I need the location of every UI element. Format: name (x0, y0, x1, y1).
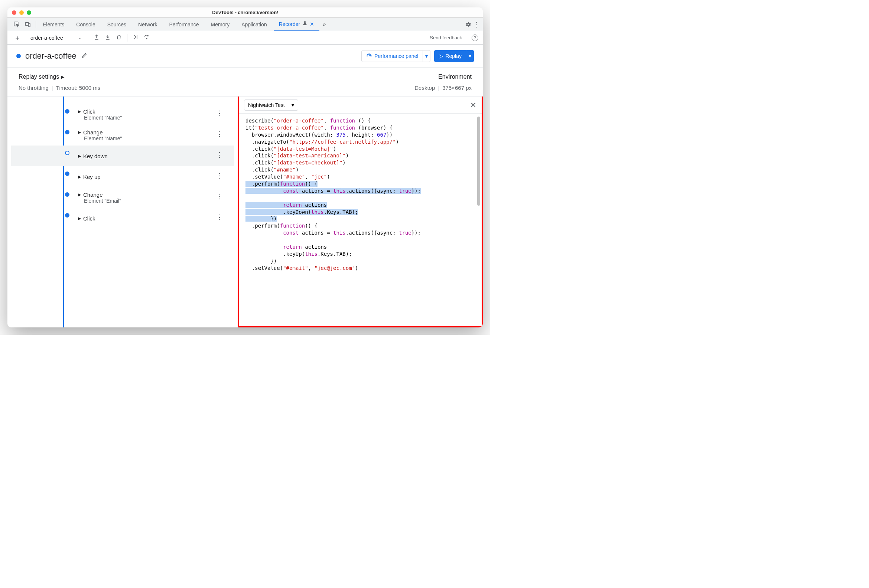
device-value: Desktop (414, 84, 435, 91)
scrollbar-thumb[interactable] (477, 117, 480, 206)
traffic-lights (12, 10, 31, 15)
replay-button[interactable]: ▷ Replay (434, 50, 466, 62)
close-window-button[interactable] (12, 10, 16, 15)
recorder-toolbar: ＋ order-a-coffee ⌄ Send feedback ? (7, 31, 483, 44)
step-over-icon[interactable] (144, 34, 150, 41)
step-dot (65, 213, 70, 218)
code-body[interactable]: describe("order-a-coffee", function () {… (239, 114, 482, 326)
step-play-icon[interactable] (133, 34, 138, 41)
step-dot (65, 172, 70, 176)
tab-memory[interactable]: Memory (206, 18, 235, 31)
inspect-icon[interactable] (13, 21, 20, 28)
recording-selector-label: order-a-coffee (30, 35, 63, 41)
play-icon: ▷ (439, 53, 443, 59)
step-item[interactable]: ▶Click ⋮ (11, 208, 234, 229)
chevron-right-icon: ▶ (78, 154, 81, 158)
replay-dropdown[interactable]: ▾ (466, 50, 474, 62)
devtools-tabbar: Elements Console Sources Network Perform… (7, 18, 483, 31)
chevron-down-icon: ⌄ (78, 35, 82, 40)
tab-network[interactable]: Network (133, 18, 162, 31)
step-dot (65, 192, 70, 197)
tabbar-left-icons (10, 21, 34, 28)
export-format-dropdown[interactable]: Nightwatch Test ▾ (244, 99, 298, 111)
tab-application[interactable]: Application (236, 18, 272, 31)
maximize-window-button[interactable] (27, 10, 31, 15)
performance-panel-button-group: Performance panel ▾ (361, 50, 430, 62)
settings-row: Replay settings ▶ Environment (7, 68, 483, 83)
step-menu-icon[interactable]: ⋮ (216, 130, 223, 138)
chevron-right-icon: ▶ (78, 130, 81, 135)
close-panel-icon[interactable]: ✕ (470, 101, 476, 110)
step-menu-icon[interactable]: ⋮ (216, 213, 223, 221)
chevron-right-icon: ▶ (61, 75, 64, 80)
divider (36, 21, 36, 28)
edit-title-icon[interactable] (81, 52, 87, 60)
export-icon[interactable] (93, 34, 99, 41)
device-toggle-icon[interactable] (25, 21, 31, 28)
tab-elements[interactable]: Elements (37, 18, 70, 31)
step-item[interactable]: ▶Change Element "Name" ⋮ (11, 125, 234, 145)
chevron-down-icon: ▾ (292, 102, 294, 108)
chevron-right-icon: ▶ (78, 216, 81, 221)
recording-status-dot (16, 54, 21, 58)
step-item[interactable]: ▶Key down ⋮ (11, 145, 234, 166)
step-item[interactable]: ▶Key up ⋮ (11, 166, 234, 187)
delete-icon[interactable] (116, 34, 122, 41)
step-item[interactable]: ▶Click Element "Name" ⋮ (11, 104, 234, 125)
minimize-window-button[interactable] (19, 10, 24, 15)
tab-console[interactable]: Console (71, 18, 100, 31)
devtools-window: DevTools - chrome://version/ Elements Co… (7, 7, 483, 327)
step-menu-icon[interactable]: ⋮ (216, 192, 223, 200)
divider (89, 34, 89, 41)
kebab-menu-icon[interactable]: ⋮ (473, 21, 480, 28)
help-icon[interactable]: ? (472, 34, 478, 41)
main-area: ▶Click Element "Name" ⋮ ▶Change Element … (7, 96, 483, 327)
steps-pane: ▶Click Element "Name" ⋮ ▶Change Element … (7, 96, 238, 327)
step-menu-icon[interactable]: ⋮ (216, 151, 223, 159)
recording-selector[interactable]: order-a-coffee ⌄ (27, 35, 84, 41)
tab-recorder[interactable]: Recorder ✕ (274, 18, 320, 31)
recording-header: order-a-coffee Performance panel ▾ ▷ Rep… (7, 44, 483, 68)
titlebar: DevTools - chrome://version/ (7, 7, 483, 18)
step-dot (65, 130, 70, 134)
step-dot (65, 151, 70, 155)
replay-settings-toggle[interactable]: Replay settings ▶ (19, 74, 64, 80)
svg-point-3 (146, 38, 147, 39)
step-menu-icon[interactable]: ⋮ (216, 109, 223, 117)
throttling-value: No throttling (19, 84, 49, 91)
more-tabs-icon[interactable]: » (321, 21, 328, 28)
step-item[interactable]: ▶Change Element "Email" ⋮ (11, 187, 234, 208)
code-toolbar: Nightwatch Test ▾ ✕ (239, 96, 482, 114)
import-icon[interactable] (105, 34, 111, 41)
environment-label: Environment (438, 74, 472, 80)
performance-panel-button[interactable]: Performance panel (361, 50, 423, 62)
replay-button-group: ▷ Replay ▾ (434, 50, 474, 62)
close-tab-icon[interactable]: ✕ (310, 21, 314, 27)
new-recording-button[interactable]: ＋ (12, 33, 23, 42)
settings-gear-icon[interactable] (465, 21, 472, 28)
viewport-value: 375×667 px (442, 84, 472, 91)
chevron-right-icon: ▶ (78, 109, 81, 114)
step-dot (65, 109, 70, 114)
tab-sources[interactable]: Sources (102, 18, 132, 31)
chevron-right-icon: ▶ (78, 192, 81, 197)
code-export-panel: Nightwatch Test ▾ ✕ describe("order-a-co… (238, 96, 483, 327)
send-feedback-link[interactable]: Send feedback (430, 35, 462, 40)
timeout-value: Timeout: 5000 ms (56, 84, 101, 91)
divider (127, 34, 128, 41)
step-menu-icon[interactable]: ⋮ (216, 172, 223, 180)
gauge-icon (366, 53, 372, 59)
window-title: DevTools - chrome://version/ (7, 10, 483, 15)
performance-panel-dropdown[interactable]: ▾ (423, 50, 430, 62)
throttle-row: No throttling | Timeout: 5000 ms Desktop… (7, 83, 483, 96)
tab-performance[interactable]: Performance (164, 18, 204, 31)
chevron-right-icon: ▶ (78, 175, 81, 179)
recording-title: order-a-coffee (25, 51, 77, 61)
flask-icon (302, 21, 307, 27)
